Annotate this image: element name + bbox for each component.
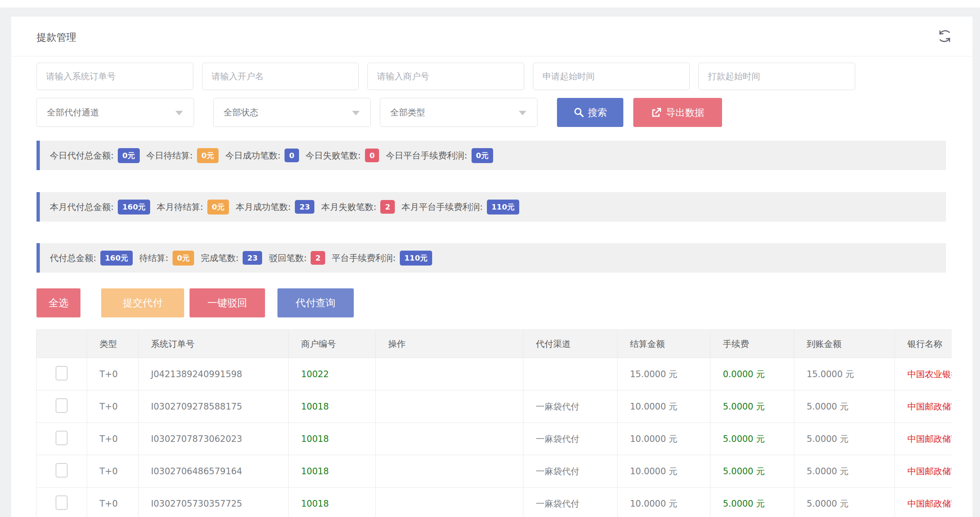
cell-action bbox=[376, 358, 523, 390]
search-icon bbox=[574, 107, 584, 118]
cell-settle-amount: 10.0000 元 bbox=[618, 455, 710, 488]
stat-badge: 23 bbox=[243, 251, 262, 265]
cell-merchant-no: 10018 bbox=[289, 390, 376, 423]
cell-merchant-no: 10018 bbox=[289, 488, 376, 517]
stat-bar-month: 本月代付总金额:160元本月待结算:0元本月成功笔数:23本月失败笔数:2本月平… bbox=[36, 192, 946, 222]
row-checkbox[interactable] bbox=[56, 463, 68, 478]
filter-input-3[interactable] bbox=[533, 63, 690, 90]
stat-badge: 0元 bbox=[197, 148, 219, 163]
stat-label: 本月失败笔数: bbox=[321, 201, 376, 213]
select-all-button[interactable]: 全选 bbox=[36, 288, 80, 317]
stat-badge: 23 bbox=[295, 200, 314, 214]
cell-arrive-amount: 5.0000 元 bbox=[794, 390, 895, 423]
row-checkbox[interactable] bbox=[56, 366, 68, 380]
table-header-row: 类型系统订单号商户编号操作代付渠道结算金额手续费到账金额银行名称 bbox=[36, 330, 952, 358]
stat-label: 今日成功笔数: bbox=[225, 150, 280, 161]
cell-settle-amount: 10.0000 元 bbox=[618, 423, 710, 455]
cell-action bbox=[376, 423, 523, 455]
cell-checkbox bbox=[36, 423, 87, 455]
cell-action bbox=[376, 390, 523, 423]
table-row: T+0I030270573035772510018一麻袋代付10.0000 元5… bbox=[36, 488, 952, 517]
cell-fee: 5.0000 元 bbox=[710, 455, 794, 488]
submit-payout-button[interactable]: 提交代付 bbox=[101, 288, 184, 317]
header-cell-order-no: 系统订单号 bbox=[139, 330, 289, 358]
filter-input-1[interactable] bbox=[202, 63, 359, 90]
cell-bank: 中国邮政储蓄银行 bbox=[895, 455, 952, 488]
row-checkbox[interactable] bbox=[56, 398, 68, 413]
stat-badge: 110元 bbox=[487, 200, 519, 215]
header-cell-checkbox bbox=[36, 330, 87, 358]
filter-controls-row: 全部代付通道全部状态全部类型 搜索 导出数据 bbox=[36, 98, 722, 127]
cell-settle-amount: 10.0000 元 bbox=[618, 488, 710, 517]
filter-select-1[interactable]: 全部状态 bbox=[213, 98, 371, 127]
stat-label: 本月待结算: bbox=[157, 201, 203, 213]
stat-badge: 0 bbox=[285, 149, 299, 162]
filter-input-4[interactable] bbox=[698, 63, 855, 90]
cell-type: T+0 bbox=[87, 455, 139, 488]
cell-order-no: I0302706486579164 bbox=[139, 455, 289, 488]
cell-channel: 一麻袋代付 bbox=[523, 390, 618, 423]
cell-bank: 中国邮政储蓄银行 bbox=[895, 423, 952, 455]
stat-badge: 160元 bbox=[118, 200, 150, 215]
reject-all-button[interactable]: 一键驳回 bbox=[190, 288, 265, 317]
cell-type: T+0 bbox=[87, 488, 139, 517]
cell-bank: 中国邮政储蓄银行 bbox=[895, 488, 952, 517]
table-row: T+0I030270927858817510018一麻袋代付10.0000 元5… bbox=[36, 390, 952, 423]
stat-badge: 0元 bbox=[173, 251, 195, 266]
stat-bar-total: 代付总金额:160元待结算:0元完成笔数:23驳回笔数:2平台手续费利润:110… bbox=[36, 243, 946, 273]
stat-label: 驳回笔数: bbox=[269, 252, 306, 264]
withdraw-management-card: 提款管理 全部代付通道全部状态全部类型 搜索 bbox=[11, 17, 973, 517]
cell-checkbox bbox=[36, 455, 87, 488]
cell-fee: 5.0000 元 bbox=[710, 390, 794, 423]
cell-fee: 0.0000 元 bbox=[710, 358, 794, 390]
stat-badge: 160元 bbox=[100, 251, 133, 266]
header-cell-merchant-no: 商户编号 bbox=[289, 330, 376, 358]
cell-order-no: I0302709278588175 bbox=[139, 390, 289, 423]
search-button[interactable]: 搜索 bbox=[557, 98, 623, 127]
cell-checkbox bbox=[36, 488, 87, 517]
stat-badge: 2 bbox=[311, 251, 325, 265]
withdrawals-table: 类型系统订单号商户编号操作代付渠道结算金额手续费到账金额银行名称T+0J0421… bbox=[36, 329, 952, 517]
cell-order-no: I0302705730357725 bbox=[139, 488, 289, 517]
export-data-button[interactable]: 导出数据 bbox=[633, 98, 722, 127]
stat-label: 代付总金额: bbox=[50, 252, 96, 264]
stat-label: 今日失败笔数: bbox=[306, 150, 361, 161]
stat-label: 今日待结算: bbox=[146, 150, 193, 161]
row-checkbox[interactable] bbox=[56, 431, 68, 445]
row-checkbox[interactable] bbox=[56, 495, 68, 510]
action-buttons-row: 全选提交代付一键驳回代付查询 bbox=[36, 288, 354, 317]
filter-inputs-row bbox=[36, 63, 855, 90]
cell-channel: 一麻袋代付 bbox=[523, 488, 618, 517]
stat-badge: 110元 bbox=[400, 251, 432, 266]
cell-channel: 一麻袋代付 bbox=[523, 423, 618, 455]
cell-checkbox bbox=[36, 390, 87, 423]
filter-select-2[interactable]: 全部类型 bbox=[380, 98, 537, 127]
cell-arrive-amount: 5.0000 元 bbox=[794, 455, 895, 488]
page-title: 提款管理 bbox=[36, 31, 76, 44]
stat-label: 本月代付总金额: bbox=[50, 201, 114, 213]
stat-label: 今日代付总金额: bbox=[50, 150, 114, 161]
refresh-icon[interactable] bbox=[935, 27, 954, 46]
table-row: T+0J04213892409915981002215.0000 元0.0000… bbox=[36, 358, 952, 390]
header-cell-bank: 银行名称 bbox=[895, 330, 952, 358]
stat-label: 待结算: bbox=[139, 252, 168, 264]
filter-input-2[interactable] bbox=[367, 63, 524, 90]
chevron-down-icon bbox=[519, 111, 526, 115]
search-button-label: 搜索 bbox=[588, 106, 607, 119]
table-row: T+0I030270787306202310018一麻袋代付10.0000 元5… bbox=[36, 423, 952, 455]
payout-query-button[interactable]: 代付查询 bbox=[277, 288, 354, 317]
stat-label: 平台手续费利润: bbox=[332, 252, 396, 264]
cell-arrive-amount: 15.0000 元 bbox=[794, 358, 895, 390]
stat-label: 本月平台手续费利润: bbox=[401, 201, 483, 213]
filter-select-0[interactable]: 全部代付通道 bbox=[36, 98, 194, 127]
filter-input-0[interactable] bbox=[36, 63, 193, 90]
chevron-down-icon bbox=[352, 111, 360, 115]
cell-fee: 5.0000 元 bbox=[710, 488, 794, 517]
select-value: 全部状态 bbox=[224, 107, 258, 118]
stat-badge: 0元 bbox=[118, 148, 140, 163]
cell-fee: 5.0000 元 bbox=[710, 423, 794, 455]
header-cell-action: 操作 bbox=[376, 330, 523, 358]
header-cell-channel: 代付渠道 bbox=[523, 330, 618, 358]
chevron-down-icon bbox=[175, 111, 183, 115]
cell-channel bbox=[523, 358, 618, 390]
